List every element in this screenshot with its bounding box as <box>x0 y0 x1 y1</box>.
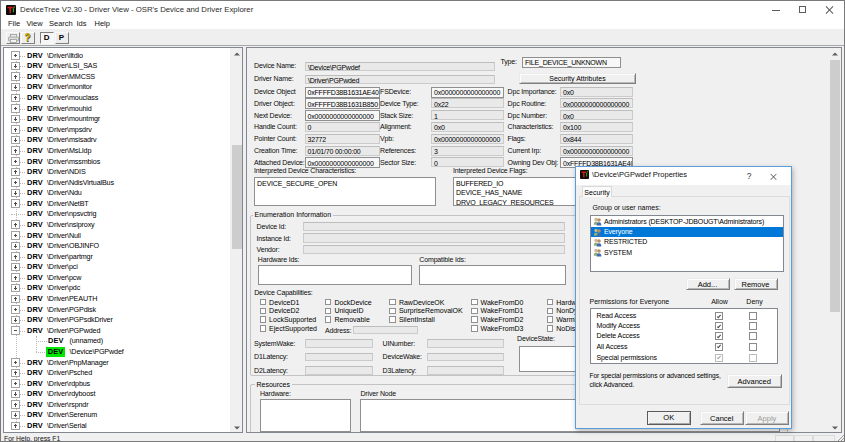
tree-expand-icon[interactable] <box>11 422 20 431</box>
tree-expand-icon[interactable] <box>11 136 20 145</box>
dialog-help-button[interactable]: ? <box>742 169 756 183</box>
capability-checkbox[interactable] <box>547 299 554 306</box>
tree-row[interactable]: DRV\Driver\LSI_SAS <box>4 61 242 71</box>
tree-row[interactable]: DRV\Driver\npsvctrig <box>4 209 242 219</box>
tree-row[interactable]: DRV\Driver\monitor <box>4 82 242 92</box>
field-value[interactable]: 01/01/70 00:00:00 <box>305 146 380 156</box>
tree-scrollbar[interactable] <box>230 48 243 433</box>
security-tab[interactable]: Security <box>582 186 612 197</box>
detail-scrollbar[interactable] <box>828 48 842 433</box>
tree-expand-icon[interactable] <box>11 72 20 81</box>
capability-checkbox[interactable] <box>260 299 267 306</box>
tree-expand-icon[interactable] <box>11 94 20 103</box>
apply-button[interactable]: Apply <box>745 411 789 425</box>
tree-expand-icon[interactable] <box>11 390 20 399</box>
tree-expand-icon[interactable] <box>11 115 20 124</box>
compatible-ids-list[interactable] <box>419 265 566 285</box>
user-item[interactable]: Everyone <box>591 227 783 237</box>
tree-expand-icon[interactable] <box>11 305 20 314</box>
cancel-button[interactable]: Cancel <box>700 411 745 425</box>
tree-expand-icon[interactable] <box>11 220 20 229</box>
tree-row[interactable]: DRV\Driver\Serial <box>4 421 242 431</box>
permission-checkbox[interactable] <box>749 354 757 362</box>
tree-expand-icon[interactable] <box>11 168 20 177</box>
tree-expand-icon[interactable] <box>11 178 20 187</box>
tree-row[interactable]: DRV\Driver\NDIS <box>4 167 242 177</box>
capability-checkbox[interactable] <box>260 308 267 315</box>
enum-field-value[interactable] <box>303 245 565 255</box>
tree-expand-icon[interactable] <box>11 284 20 293</box>
latency-field-value[interactable] <box>305 353 373 362</box>
capability-checkbox[interactable] <box>325 308 332 315</box>
tree-expand-icon[interactable] <box>11 231 20 240</box>
help-button[interactable]: ? <box>21 32 35 44</box>
menu-help[interactable]: Help <box>95 18 110 29</box>
tree-row[interactable]: DRV\Driver\PEAUTH <box>4 294 242 304</box>
tree-row[interactable]: DRV\Driver\rdpbus <box>4 379 242 389</box>
capability-checkbox[interactable] <box>471 316 478 323</box>
menu-file[interactable]: File <box>8 18 20 29</box>
pnp-view-button[interactable]: P <box>55 32 69 44</box>
ok-button[interactable]: OK <box>647 411 692 425</box>
advanced-button[interactable]: Advanced <box>727 374 782 388</box>
tree-expand-icon[interactable] <box>11 263 20 272</box>
close-button[interactable] <box>816 1 843 18</box>
tree-expand-icon[interactable] <box>11 104 20 113</box>
tree-expand-icon[interactable] <box>11 83 20 92</box>
latency-field-value[interactable] <box>427 353 504 362</box>
permission-checkbox[interactable] <box>749 343 757 351</box>
tree-scroll-down[interactable] <box>230 422 243 433</box>
tree-row[interactable]: DRV\Driver\OBJINFO <box>4 241 242 251</box>
print-button[interactable] <box>6 32 20 44</box>
tree-row[interactable]: DRV\Driver\NetBT <box>4 199 242 209</box>
detail-scroll-up[interactable] <box>828 48 842 60</box>
field-value[interactable]: 0xFFFFD38B1631AE40 <box>305 87 380 98</box>
enum-field-value[interactable] <box>303 222 565 232</box>
tree-row[interactable]: DRV\Driver\NdisVirtualBus <box>4 178 242 188</box>
field-value[interactable]: 0x0000000000000000 <box>305 157 380 168</box>
tree-row[interactable]: DRV\Driver\PGPwded <box>4 326 242 336</box>
tree-expand-icon[interactable] <box>11 358 20 367</box>
tree-row[interactable]: DRV\Driver\nsiproxy <box>4 220 242 230</box>
tree-row[interactable]: DRV\Driver\Psched <box>4 368 242 378</box>
tree-scroll-up[interactable] <box>230 48 243 60</box>
tree-row[interactable]: DRV\Driver\mouhid <box>4 104 242 114</box>
field-value[interactable]: 0xFFFFD38B1631B850 <box>305 98 380 109</box>
tree-row[interactable]: DRV\Driver\PnpManager <box>4 358 242 368</box>
latency-field-value[interactable] <box>427 339 504 348</box>
menu-ids[interactable]: Ids <box>77 18 87 29</box>
field-value[interactable]: 0x0 <box>560 87 633 97</box>
driver-name-field[interactable]: \Driver\PGPwded <box>305 75 495 85</box>
capability-checkbox[interactable] <box>547 308 554 315</box>
permission-checkbox-checked[interactable] <box>715 343 723 351</box>
permission-checkbox[interactable] <box>749 312 757 320</box>
capability-checkbox[interactable] <box>389 299 396 306</box>
detail-scroll-down[interactable] <box>828 422 842 433</box>
tree-row[interactable]: DRV\Driver\PGPdisk <box>4 305 242 315</box>
field-value[interactable]: 0x0000000000000000 <box>431 134 504 144</box>
tree-row[interactable]: DRV\Driver\Serenum <box>4 410 242 420</box>
tree-expand-icon[interactable] <box>11 369 20 378</box>
permission-checkbox-checked[interactable] <box>715 354 723 362</box>
tree-expand-icon[interactable] <box>11 62 20 71</box>
permission-checkbox[interactable] <box>749 322 757 330</box>
tree-row[interactable]: DRV\Driver\pdc <box>4 283 242 293</box>
tree-row[interactable]: DRV\Driver\lltdio <box>4 51 242 61</box>
tree-expand-icon[interactable] <box>11 242 20 251</box>
tree-row[interactable]: DRV\Driver\partmgr <box>4 252 242 262</box>
tree-expand-icon[interactable] <box>11 400 20 409</box>
field-value[interactable]: 0 <box>431 157 504 167</box>
latency-field-value[interactable] <box>305 339 373 348</box>
capability-checkbox[interactable] <box>471 299 478 306</box>
permission-checkbox[interactable] <box>749 332 757 340</box>
capability-checkbox[interactable] <box>389 316 396 323</box>
capability-checkbox[interactable] <box>471 308 478 315</box>
tree-scroll-thumb[interactable] <box>232 145 243 249</box>
tree-expand-icon[interactable] <box>11 189 20 198</box>
tree-expand-icon[interactable] <box>11 316 20 325</box>
tree-row[interactable]: DRV\Driver\Null <box>4 231 242 241</box>
tree-row[interactable]: DRV\Driver\rdyboost <box>4 389 242 399</box>
permission-checkbox-checked[interactable] <box>715 322 723 330</box>
capability-checkbox[interactable] <box>471 325 478 332</box>
menu-search[interactable]: Search <box>49 18 73 29</box>
